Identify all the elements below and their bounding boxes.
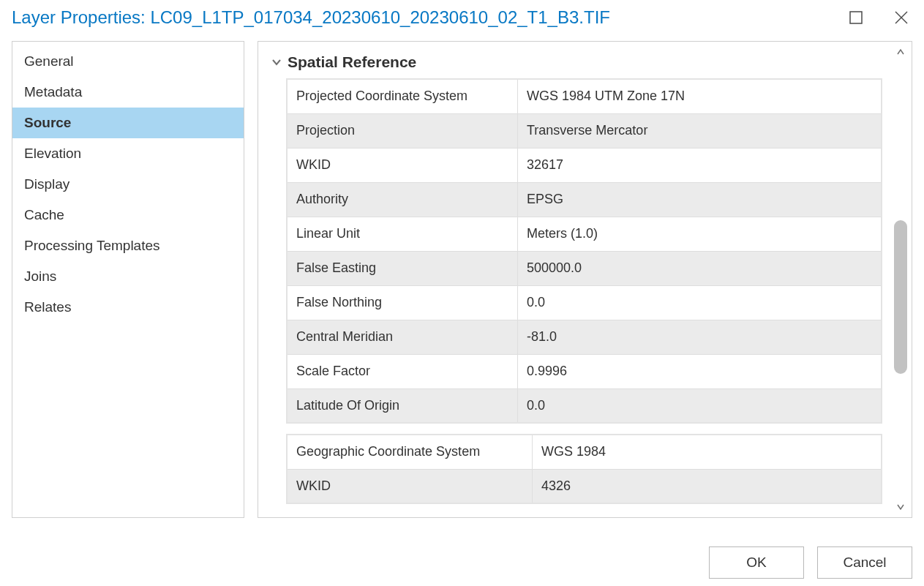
chevron-down-icon — [270, 56, 283, 69]
table-row: Linear UnitMeters (1.0) — [287, 217, 882, 251]
maximize-button[interactable] — [846, 8, 865, 27]
table-row: False Easting500000.0 — [287, 251, 882, 285]
prop-value: 32617 — [518, 148, 882, 182]
prop-key: Latitude Of Origin — [287, 388, 518, 423]
table-row: WKID4326 — [287, 469, 882, 503]
sidebar-item-metadata[interactable]: Metadata — [12, 77, 244, 108]
scroll-track[interactable] — [894, 61, 907, 498]
table-row: Latitude Of Origin0.0 — [287, 388, 882, 423]
prop-value: EPSG — [518, 182, 882, 217]
table-row: WKID32617 — [287, 148, 882, 182]
sidebar-item-joins[interactable]: Joins — [12, 261, 244, 292]
table-row: Scale Factor0.9996 — [287, 354, 882, 388]
layer-properties-dialog: Layer Properties: LC09_L1TP_017034_20230… — [0, 0, 924, 586]
sidebar-item-relates[interactable]: Relates — [12, 292, 244, 323]
prop-value: WGS 1984 — [533, 435, 882, 469]
sidebar-item-cache[interactable]: Cache — [12, 200, 244, 230]
table-row: False Northing0.0 — [287, 285, 882, 320]
dialog-footer: OK Cancel — [709, 546, 912, 579]
cancel-button[interactable]: Cancel — [817, 546, 912, 579]
prop-value: Meters (1.0) — [518, 217, 882, 251]
prop-key: Projection — [287, 113, 518, 148]
scroll-up-icon[interactable] — [890, 43, 912, 61]
geographic-cs-table: Geographic Coordinate SystemWGS 1984 WKI… — [286, 434, 882, 504]
prop-value: 0.0 — [518, 285, 882, 320]
ok-button[interactable]: OK — [709, 546, 804, 579]
sidebar: General Metadata Source Elevation Displa… — [12, 41, 244, 518]
table-row: ProjectionTransverse Mercator — [287, 113, 882, 148]
table-row: Central Meridian-81.0 — [287, 320, 882, 354]
dialog-title: Layer Properties: LC09_L1TP_017034_20230… — [12, 7, 610, 28]
close-button[interactable] — [892, 8, 911, 27]
scroll-thumb[interactable] — [894, 220, 907, 374]
prop-key: False Northing — [287, 285, 518, 320]
sidebar-item-source[interactable]: Source — [12, 108, 244, 138]
prop-value: Transverse Mercator — [518, 113, 882, 148]
prop-key: Scale Factor — [287, 354, 518, 388]
prop-key: Geographic Coordinate System — [287, 435, 533, 469]
sidebar-item-display[interactable]: Display — [12, 169, 244, 200]
prop-key: False Easting — [287, 251, 518, 285]
vertical-scrollbar[interactable] — [890, 42, 912, 517]
prop-key: Linear Unit — [287, 217, 518, 251]
prop-value: -81.0 — [518, 320, 882, 354]
sidebar-item-processing-templates[interactable]: Processing Templates — [12, 230, 244, 261]
prop-key: Authority — [287, 182, 518, 217]
prop-value: 500000.0 — [518, 251, 882, 285]
section-title: Spatial Reference — [288, 53, 416, 71]
section-header-spatial-reference[interactable]: Spatial Reference — [270, 53, 884, 71]
window-buttons — [846, 8, 911, 27]
prop-value: 0.0 — [518, 388, 882, 423]
titlebar: Layer Properties: LC09_L1TP_017034_20230… — [0, 0, 924, 35]
scroll-down-icon[interactable] — [890, 498, 912, 516]
prop-value: WGS 1984 UTM Zone 17N — [518, 79, 882, 113]
prop-value: 4326 — [533, 469, 882, 503]
projected-cs-table: Projected Coordinate SystemWGS 1984 UTM … — [286, 78, 882, 424]
sidebar-item-elevation[interactable]: Elevation — [12, 138, 244, 169]
content-panel: Spatial Reference Projected Coordinate S… — [258, 41, 912, 518]
table-row: Projected Coordinate SystemWGS 1984 UTM … — [287, 79, 882, 113]
svg-rect-0 — [850, 12, 862, 23]
sidebar-item-general[interactable]: General — [12, 46, 244, 77]
table-row: Geographic Coordinate SystemWGS 1984 — [287, 435, 882, 469]
prop-value: 0.9996 — [518, 354, 882, 388]
prop-key: Projected Coordinate System — [287, 79, 518, 113]
table-row: AuthorityEPSG — [287, 182, 882, 217]
prop-key: Central Meridian — [287, 320, 518, 354]
prop-key: WKID — [287, 469, 533, 503]
prop-key: WKID — [287, 148, 518, 182]
